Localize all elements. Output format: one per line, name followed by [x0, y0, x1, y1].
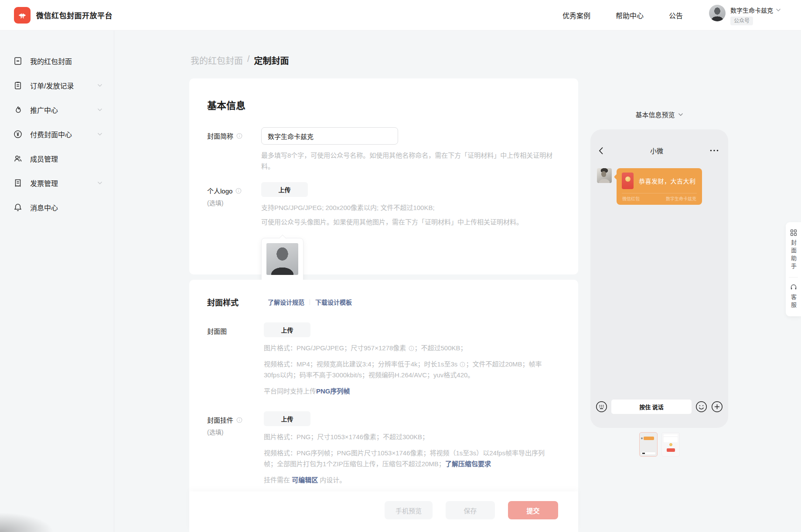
cover-pendant-label: 封面挂件 [207, 415, 233, 424]
cover-name-row: 封面简称 最多填写8个字，可使用公众号名称。如使用其他名称命名，需在下方「证明材… [207, 127, 557, 172]
nav-help-center[interactable]: 帮助中心 [616, 10, 644, 20]
info-icon[interactable] [236, 417, 242, 423]
account-name: 数字生命卡兹克 [730, 6, 773, 14]
app-header: 微信红包封面开放平台 优秀案例 帮助中心 公告 数字生命卡兹克 公众号 [0, 0, 801, 30]
zip-requirements-link[interactable]: 了解压缩包要求 [445, 460, 491, 468]
top-nav: 优秀案例 帮助中心 公告 [562, 10, 683, 20]
cover-pendant-row: 封面挂件 (选填) 上传 图片格式：PNG；尺寸1053×1746像素；不超过3… [207, 411, 557, 485]
red-packet-icon [622, 173, 634, 189]
plus-icon [711, 401, 723, 413]
red-packet-greeting: 恭喜发财，大吉大利 [639, 176, 696, 185]
action-bar: 手机预览 保存 提交 [189, 491, 578, 532]
cover-image-upload-button[interactable]: 上传 [264, 322, 310, 337]
basic-info-title: 基本信息 [207, 98, 557, 112]
preview-toggle-label: 基本信息预览 [635, 110, 675, 119]
sidebar-item-members[interactable]: 成员管理 [0, 146, 114, 171]
logo-format-help: 支持PNG/JPG/JPEG; 200x200像素以内; 文件不超过100KB; [261, 202, 557, 213]
info-icon[interactable] [235, 188, 242, 194]
sidebar-item-orders[interactable]: 订单/发放记录 [0, 73, 114, 98]
brand[interactable]: 微信红包封面开放平台 [14, 7, 112, 24]
invoice-icon [13, 178, 23, 188]
sidebar-item-messages[interactable]: 消息中心 [0, 195, 114, 220]
breadcrumb-parent[interactable]: 我的红包封面 [191, 54, 243, 67]
info-icon[interactable] [409, 346, 414, 351]
sidebar-item-label: 付费封面中心 [30, 129, 72, 139]
breadcrumb: 我的红包封面 / 定制封面 [191, 54, 289, 67]
sidebar-item-paid-covers[interactable]: 付费封面中心 [0, 122, 114, 146]
chat-title: 小微 [603, 146, 710, 155]
sidebar-item-label: 发票管理 [30, 178, 58, 188]
thumb-coin [669, 443, 672, 446]
cover-image-format-help: 图片格式：PNG/JPG/JPEG；尺寸957×1278像素 ；不超过500KB… [264, 342, 557, 353]
phone-input-bar: 按住 说话 [590, 400, 728, 414]
optional-hint: (选填) [207, 198, 261, 207]
flame-icon [13, 105, 23, 115]
red-packet-type-label: 微信红包 [622, 195, 640, 202]
bell-icon [13, 203, 23, 212]
phone-preview-button[interactable]: 手机预览 [385, 501, 433, 519]
sidebar-item-label: 成员管理 [30, 153, 58, 164]
emoji-icon [695, 401, 707, 413]
nav-announcement[interactable]: 公告 [669, 10, 683, 20]
hold-to-talk-input: 按住 说话 [611, 400, 692, 414]
personal-logo-row: 个人logo (选填) 上传 支持PNG/JPG/JPEG; 200x200像素… [207, 182, 557, 291]
cover-name-label: 封面简称 [207, 131, 233, 140]
customer-service-entry[interactable]: 客服 [790, 284, 797, 310]
sidebar-item-label: 推广中心 [30, 105, 58, 115]
thumb-avatar [641, 437, 643, 439]
basic-info-card: 基本信息 封面简称 最多填写8个字，可使用公众号名称。如使用其他名称命名，需在下… [189, 78, 578, 274]
cover-helper-entry[interactable]: 封面助手 [790, 229, 797, 271]
headset-icon [790, 284, 797, 291]
thumb-detail [642, 453, 645, 454]
red-packet-logo-icon [14, 7, 31, 24]
pendant-video-help: 视频格式：PNG序列帧；PNG图片尺寸1053×1746像素；将视频（1s至3s… [264, 447, 557, 469]
png-sequence-link[interactable]: PNG序列帧 [316, 387, 350, 395]
pendant-image-help: 图片格式：PNG；尺寸1053×1746像素；不超过300KB； [264, 431, 557, 442]
preview-toggle[interactable]: 基本信息预览 [590, 110, 728, 119]
chevron-down-icon [97, 132, 102, 136]
cover-style-title: 封面样式 [207, 296, 239, 308]
cover-name-input[interactable] [261, 127, 398, 145]
design-spec-link[interactable]: 了解设计规范 [268, 298, 304, 306]
thumb-open-button [667, 448, 675, 452]
chevron-down-icon [97, 84, 102, 87]
personal-logo-label: 个人logo [207, 186, 232, 195]
chevron-down-icon [97, 108, 102, 112]
save-button[interactable]: 保存 [446, 501, 495, 519]
account-avatar [709, 5, 726, 21]
sender-avatar [597, 168, 612, 183]
account-menu[interactable]: 数字生命卡兹克 公众号 [709, 5, 781, 25]
thumbnail-chat-preview-selected[interactable] [639, 432, 658, 457]
design-template-link[interactable]: 下载设计模板 [315, 298, 352, 306]
breadcrumb-separator: / [247, 54, 250, 67]
logo-usage-help: 可使用公众号头像图片。如果使用其他图片，需在下方「证明材料」中上传相关证明材料。 [261, 217, 557, 227]
info-icon[interactable] [460, 362, 465, 367]
editable-area-link[interactable]: 可编辑区 [292, 476, 318, 484]
chat-message-row: 恭喜发财，大吉大利 微信红包 数字生命卡兹克 [590, 155, 728, 205]
phone-chat-header: 小微 [590, 129, 728, 155]
optional-hint: (选填) [207, 427, 264, 436]
thumbnail-detail-preview[interactable] [661, 432, 680, 457]
red-packet-message-bubble: 恭喜发财，大吉大利 微信红包 数字生命卡兹克 [617, 168, 702, 205]
sidebar: 我的红包封面 订单/发放记录 推广中心 付费封面中心 [0, 30, 114, 532]
keyboard-toggle-icon [596, 401, 607, 413]
pendant-upload-button[interactable]: 上传 [264, 411, 310, 426]
thumb-header [664, 434, 678, 436]
mini-program-grid-icon [790, 229, 797, 236]
cover-image-label: 封面图 [207, 326, 227, 335]
info-icon[interactable] [236, 133, 242, 139]
sidebar-item-my-covers[interactable]: 我的红包封面 [0, 49, 114, 73]
customer-service-label: 客服 [791, 294, 796, 310]
cover-image-row: 封面图 上传 图片格式：PNG/JPG/JPEG；尺寸957×1278像素 ；不… [207, 322, 557, 396]
pendant-design-help: 挂件需在 可编辑区 内设计。 [264, 474, 557, 485]
sidebar-item-promotion[interactable]: 推广中心 [0, 98, 114, 122]
nav-showcase[interactable]: 优秀案例 [562, 10, 590, 20]
thumb-card [664, 437, 678, 442]
submit-button[interactable]: 提交 [508, 501, 558, 519]
members-icon [13, 154, 23, 163]
logo-upload-button[interactable]: 上传 [261, 182, 308, 197]
brand-title: 微信红包封面开放平台 [36, 10, 112, 20]
sidebar-item-invoices[interactable]: 发票管理 [0, 171, 114, 195]
preview-page-thumbnails [590, 432, 728, 457]
divider [310, 299, 310, 305]
